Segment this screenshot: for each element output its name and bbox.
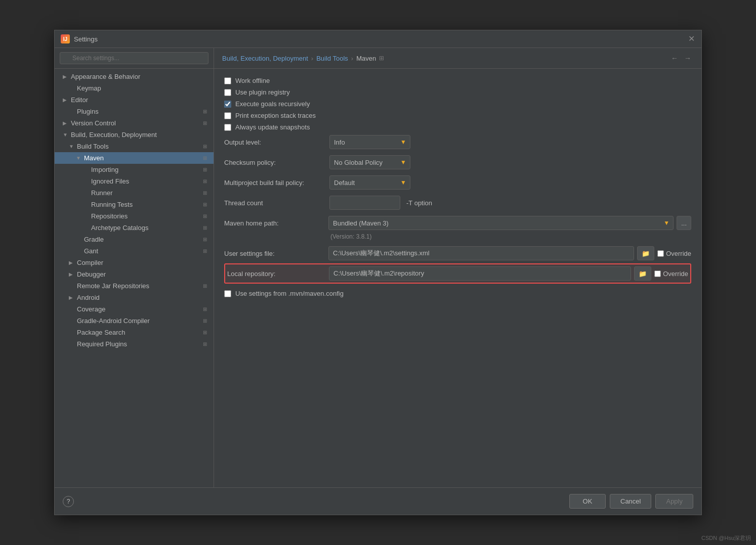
- sidebar-item-remote-jar[interactable]: Remote Jar Repositories ⊞: [55, 280, 214, 292]
- sidebar-item-build-tools[interactable]: ▼ Build Tools ⊞: [55, 141, 214, 152]
- sidebar-item-running-tests[interactable]: Running Tests ⊞: [55, 199, 214, 210]
- settings-icon-repos: ⊞: [201, 213, 208, 220]
- print-exception-checkbox[interactable]: [224, 112, 231, 119]
- sidebar-item-runner[interactable]: Runner ⊞: [55, 187, 214, 199]
- nav-arrows: ← →: [669, 53, 693, 63]
- user-settings-file-input[interactable]: [328, 246, 634, 260]
- ok-button[interactable]: OK: [569, 494, 606, 509]
- output-level-select[interactable]: Info Debug Warn Error: [329, 135, 410, 149]
- sidebar-item-ignored-files[interactable]: Ignored Files ⊞: [55, 175, 214, 187]
- sidebar-label-gant: Gant: [84, 247, 98, 255]
- sidebar-item-compiler[interactable]: ▶ Compiler: [55, 257, 214, 268]
- settings-icon-gradle-android: ⊞: [201, 317, 208, 325]
- maven-version-text: (Version: 3.8.1): [330, 233, 691, 240]
- breadcrumb-maven: Maven: [356, 55, 376, 62]
- sidebar-item-gradle[interactable]: Gradle ⊞: [55, 234, 214, 245]
- sidebar-label-gradle: Gradle: [84, 236, 104, 243]
- sidebar-item-archetype-catalogs[interactable]: Archetype Catalogs ⊞: [55, 222, 214, 234]
- apply-button[interactable]: Apply: [655, 494, 693, 509]
- footer-left: ?: [63, 496, 74, 507]
- execute-goals-label[interactable]: Execute goals recursively: [235, 100, 310, 108]
- nav-forward-button[interactable]: →: [682, 53, 693, 63]
- output-level-label: Output level:: [224, 139, 325, 146]
- user-settings-override-checkbox[interactable]: [657, 250, 664, 257]
- help-button[interactable]: ?: [63, 496, 74, 507]
- settings-icon-vc: ⊞: [201, 120, 208, 127]
- expand-arrow-compiler: ▶: [69, 260, 75, 265]
- sidebar-label-repositories: Repositories: [91, 212, 128, 220]
- breadcrumb-sep-1: ›: [311, 55, 313, 62]
- work-offline-row: Work offline: [224, 77, 691, 84]
- sidebar-item-required-plugins[interactable]: Required Plugins ⊞: [55, 338, 214, 350]
- search-input[interactable]: [60, 52, 208, 64]
- sidebar-item-build-execution[interactable]: ▼ Build, Execution, Deployment: [55, 129, 214, 141]
- sidebar-label-editor: Editor: [71, 96, 88, 104]
- thread-count-input[interactable]: [329, 196, 400, 210]
- multiproject-policy-row: Multiproject build fail policy: Default …: [224, 175, 691, 190]
- checksum-policy-select[interactable]: No Global Policy Fail Warn Ignore: [329, 155, 410, 169]
- use-plugin-registry-checkbox[interactable]: [224, 89, 231, 96]
- sidebar-item-gant[interactable]: Gant ⊞: [55, 245, 214, 257]
- use-plugin-registry-label[interactable]: Use plugin registry: [235, 88, 290, 96]
- sidebar-item-repositories[interactable]: Repositories ⊞: [55, 210, 214, 222]
- maven-home-path-label: Maven home path:: [224, 219, 325, 227]
- thread-count-row: Thread count -T option: [224, 196, 691, 210]
- local-repo-override-checkbox[interactable]: [654, 270, 661, 277]
- search-wrapper: 🔍: [60, 52, 208, 64]
- sidebar-item-maven[interactable]: ▼ Maven ⊞: [55, 152, 214, 164]
- multiproject-policy-label: Multiproject build fail policy:: [224, 179, 325, 187]
- sidebar-item-gradle-android[interactable]: Gradle-Android Compiler ⊞: [55, 315, 214, 327]
- sidebar-label-build-tools: Build Tools: [77, 143, 109, 150]
- work-offline-label[interactable]: Work offline: [235, 77, 270, 84]
- output-level-dropdown-wrapper: Info Debug Warn Error ▼: [329, 135, 410, 149]
- sidebar-label-remote-jar: Remote Jar Repositories: [77, 282, 149, 290]
- sidebar-item-appearance[interactable]: ▶ Appearance & Behavior: [55, 71, 214, 82]
- footer: ? OK Cancel Apply: [55, 487, 701, 515]
- print-exception-label[interactable]: Print exception stack traces: [235, 112, 316, 119]
- sidebar-label-maven: Maven: [84, 154, 104, 162]
- use-settings-mvn-checkbox[interactable]: [224, 290, 231, 297]
- sidebar-item-importing[interactable]: Importing ⊞: [55, 164, 214, 175]
- sidebar-label-vc: Version Control: [71, 119, 116, 127]
- checksum-policy-label: Checksum policy:: [224, 159, 325, 166]
- maven-home-path-select[interactable]: Bundled (Maven 3): [328, 216, 674, 230]
- breadcrumb-build-execution[interactable]: Build, Execution, Deployment: [222, 55, 308, 62]
- multiproject-policy-select[interactable]: Default Fail Fast Fail at End Never Fail: [329, 175, 410, 190]
- sidebar-item-plugins[interactable]: Plugins ⊞: [55, 106, 214, 117]
- user-settings-file-browse-button[interactable]: 📁: [637, 246, 654, 260]
- local-repo-override-label[interactable]: Override: [663, 270, 688, 278]
- sidebar-item-editor[interactable]: ▶ Editor: [55, 94, 214, 106]
- settings-panel: Work offline Use plugin registry Execute…: [214, 69, 701, 487]
- sidebar-label-importing: Importing: [91, 166, 118, 173]
- execute-goals-row: Execute goals recursively: [224, 100, 691, 108]
- use-settings-mvn-label[interactable]: Use settings from .mvn/maven.config: [235, 290, 344, 297]
- maven-home-path-row: Maven home path: Bundled (Maven 3) ▼ ...: [224, 216, 691, 230]
- local-repository-input[interactable]: [329, 266, 631, 281]
- nav-back-button[interactable]: ←: [669, 53, 680, 63]
- output-level-row: Output level: Info Debug Warn Error ▼: [224, 135, 691, 149]
- sidebar-label-ignored-files: Ignored Files: [91, 177, 129, 185]
- cancel-button[interactable]: Cancel: [610, 494, 651, 509]
- sidebar-label-android: Android: [77, 294, 100, 301]
- user-settings-override-label[interactable]: Override: [666, 250, 691, 257]
- expand-arrow-maven: ▼: [76, 155, 82, 161]
- breadcrumb-settings-icon[interactable]: ⊞: [379, 55, 384, 62]
- settings-icon-ignored: ⊞: [201, 178, 208, 185]
- sidebar-item-package-search[interactable]: Package Search ⊞: [55, 327, 214, 338]
- always-update-label[interactable]: Always update snapshots: [235, 123, 310, 131]
- breadcrumb-build-tools[interactable]: Build Tools: [316, 55, 348, 62]
- expand-arrow-editor: ▶: [63, 97, 69, 103]
- sidebar-item-android[interactable]: ▶ Android: [55, 292, 214, 303]
- sidebar-item-version-control[interactable]: ▶ Version Control ⊞: [55, 117, 214, 129]
- sidebar-item-keymap[interactable]: Keymap: [55, 82, 214, 94]
- work-offline-checkbox[interactable]: [224, 77, 231, 84]
- close-button[interactable]: ✕: [687, 35, 695, 43]
- sidebar-item-debugger[interactable]: ▶ Debugger: [55, 268, 214, 280]
- always-update-checkbox[interactable]: [224, 124, 231, 131]
- maven-home-path-browse-button[interactable]: ...: [677, 216, 691, 230]
- local-repository-browse-button[interactable]: 📁: [634, 266, 651, 281]
- sidebar-item-coverage[interactable]: Coverage ⊞: [55, 303, 214, 315]
- user-settings-override-wrapper: Override: [657, 250, 691, 257]
- execute-goals-checkbox[interactable]: [224, 101, 231, 108]
- always-update-row: Always update snapshots: [224, 123, 691, 131]
